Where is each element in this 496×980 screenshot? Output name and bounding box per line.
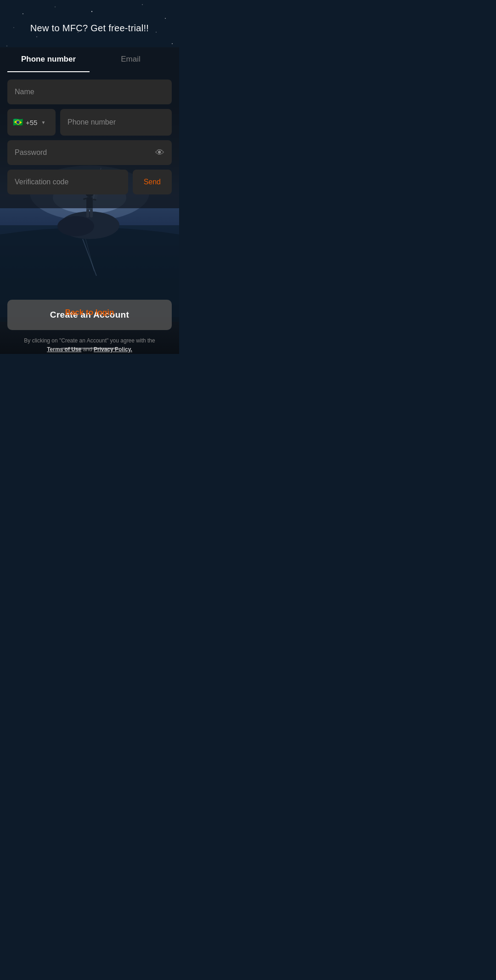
password-input[interactable] [7, 140, 172, 165]
header: New to MFC? Get free-trial!! [0, 0, 179, 43]
form-section: Phone number Email 🇧🇷 +55 ▼ 👁 Send [0, 47, 179, 208]
phone-input[interactable] [60, 109, 172, 136]
send-button[interactable]: Send [133, 170, 172, 194]
password-wrapper: 👁 [7, 140, 172, 165]
name-input[interactable] [7, 80, 172, 104]
flag-icon: 🇧🇷 [13, 117, 23, 127]
tab-phone[interactable]: Phone number [7, 47, 90, 72]
back-to-login-button[interactable]: Back to login [65, 308, 114, 317]
tab-bar: Phone number Email [7, 47, 172, 72]
phone-row: 🇧🇷 +55 ▼ [7, 109, 172, 136]
eye-icon[interactable]: 👁 [155, 148, 164, 158]
tab-email[interactable]: Email [90, 47, 172, 72]
page-title: New to MFC? Get free-trial!! [9, 23, 170, 34]
terms-text: By clicking on "Create an Account" you a… [7, 330, 172, 354]
verification-input[interactable] [7, 170, 128, 194]
country-code: +55 [26, 119, 37, 126]
chevron-down-icon: ▼ [41, 120, 45, 125]
verification-row: Send [7, 170, 172, 194]
bottom-bar [62, 348, 117, 349]
country-selector[interactable]: 🇧🇷 +55 ▼ [7, 109, 56, 136]
